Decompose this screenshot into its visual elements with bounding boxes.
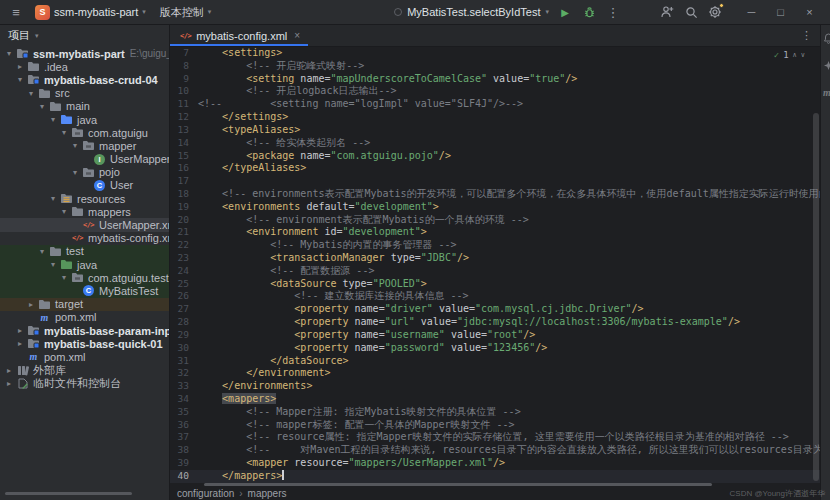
- tree-row-临时文件和控制台[interactable]: ▸临时文件和控制台: [0, 377, 169, 390]
- code-line-38[interactable]: 38 <!-- 对Maven工程的目录结构来说, resources目录下的内容…: [170, 444, 820, 457]
- line-number[interactable]: 17: [170, 175, 198, 188]
- line-number[interactable]: 29: [170, 329, 198, 342]
- project-panel-header[interactable]: 项目 ▾: [0, 25, 169, 46]
- line-number[interactable]: 30: [170, 342, 198, 355]
- tree-row--idea[interactable]: ▸.idea: [0, 60, 169, 73]
- inspections-widget[interactable]: ✓1 ∧ ∨: [774, 50, 805, 60]
- line-number[interactable]: 23: [170, 252, 198, 265]
- tree-row-main[interactable]: ▾main: [0, 100, 169, 113]
- tree-row-mybatis-base-param-input-02[interactable]: ▸mybatis-base-param-input-02: [0, 324, 169, 337]
- code-line-39[interactable]: 39 <mapper resource="mappers/UserMapper.…: [170, 457, 820, 470]
- line-number[interactable]: 27: [170, 303, 198, 316]
- line-number[interactable]: 13: [170, 124, 198, 137]
- code-line-35[interactable]: 35 <!-- Mapper注册: 指定Mybatis映射文件的具体位置 -->: [170, 406, 820, 419]
- editor-vscrollbar[interactable]: [813, 113, 819, 481]
- line-number[interactable]: 24: [170, 265, 198, 278]
- code-line-7[interactable]: 7 <settings>: [170, 47, 820, 60]
- line-number[interactable]: 39: [170, 457, 198, 470]
- code-line-12[interactable]: 12 </settings>: [170, 111, 820, 124]
- code-line-17[interactable]: 17: [170, 175, 820, 188]
- code-line-28[interactable]: 28 <property name="url" value="jdbc:mysq…: [170, 316, 820, 329]
- code-line-8[interactable]: 8 <!-- 开启驼峰式映射-->: [170, 60, 820, 73]
- tree-row-com-atguigu-test[interactable]: ▾com.atguigu.test: [0, 271, 169, 284]
- code-line-26[interactable]: 26 <!-- 建立数据库连接的具体信息 -->: [170, 290, 820, 303]
- code-line-31[interactable]: 31 </dataSource>: [170, 355, 820, 368]
- chevron-expanded-icon[interactable]: ▾: [36, 100, 48, 113]
- run-config-widget[interactable]: MyBatisTest.selectByIdTest ▾: [394, 6, 549, 18]
- code-line-13[interactable]: 13 <typeAliases>: [170, 124, 820, 137]
- tree-row-mybatis-base-crud-04[interactable]: ▾mybatis-base-crud-04: [0, 73, 169, 86]
- chevron-expanded-icon[interactable]: ▾: [36, 245, 48, 258]
- code-line-9[interactable]: 9 <setting name="mapUnderscoreToCamelCas…: [170, 73, 820, 86]
- chevron-expanded-icon[interactable]: ▾: [58, 205, 70, 218]
- chevron-expanded-icon[interactable]: ▾: [47, 113, 59, 126]
- line-number[interactable]: 28: [170, 316, 198, 329]
- chevron-collapsed-icon[interactable]: ▸: [3, 364, 15, 377]
- code-line-15[interactable]: 15 <package name="com.atguigu.pojo"/>: [170, 150, 820, 163]
- code-line-16[interactable]: 16 </typeAliases>: [170, 162, 820, 175]
- line-number[interactable]: 18: [170, 188, 198, 201]
- chevron-expanded-icon[interactable]: ▾: [47, 258, 59, 271]
- code-line-34[interactable]: 34 <mappers>: [170, 393, 820, 406]
- line-number[interactable]: 36: [170, 419, 198, 432]
- chevron-expanded-icon[interactable]: ▾: [47, 192, 59, 205]
- code-line-19[interactable]: 19 <environments default="development">: [170, 201, 820, 214]
- code-line-36[interactable]: 36 <!-- mapper标签: 配置一个具体的Mapper映射文件 -->: [170, 419, 820, 432]
- line-number[interactable]: 34: [170, 393, 198, 406]
- add-user-button[interactable]: [657, 1, 677, 23]
- code-line-30[interactable]: 30 <property name="password" value="1234…: [170, 342, 820, 355]
- chevron-collapsed-icon[interactable]: ▸: [25, 298, 37, 311]
- chevron-collapsed-icon[interactable]: ▸: [14, 337, 26, 350]
- tree-row-mapper[interactable]: ▾mapper: [0, 139, 169, 152]
- tree-row-mybatistest[interactable]: CMyBatisTest: [0, 284, 169, 297]
- line-number[interactable]: 14: [170, 137, 198, 150]
- line-number[interactable]: 15: [170, 150, 198, 163]
- chevron-expanded-icon[interactable]: ▾: [69, 166, 81, 179]
- line-number[interactable]: 31: [170, 355, 198, 368]
- tree-row-com-atguigu[interactable]: ▾com.atguigu: [0, 126, 169, 139]
- tree-row-pom-xml[interactable]: mpom.xml: [0, 311, 169, 324]
- editor-hscrollbar[interactable]: [204, 483, 712, 486]
- maven-tool-icon[interactable]: m: [823, 87, 830, 98]
- code-line-23[interactable]: 23 <transactionManager type="JDBC"/>: [170, 252, 820, 265]
- minimize-button[interactable]: ─: [739, 1, 764, 23]
- settings-button[interactable]: [705, 1, 725, 23]
- code-line-22[interactable]: 22 <!-- Mybatis的内置的事务管理器 -->: [170, 239, 820, 252]
- line-number[interactable]: 37: [170, 431, 198, 444]
- line-number[interactable]: 21: [170, 226, 198, 239]
- chevron-expanded-icon[interactable]: ▾: [69, 139, 81, 152]
- code-line-11[interactable]: 11<!-- <setting name="logImpl" value="SL…: [170, 98, 820, 111]
- line-number[interactable]: 33: [170, 380, 198, 393]
- line-number[interactable]: 38: [170, 444, 198, 457]
- line-number[interactable]: 12: [170, 111, 198, 124]
- line-number[interactable]: 40: [170, 470, 198, 483]
- maximize-button[interactable]: □: [768, 1, 793, 23]
- chevron-expanded-icon[interactable]: ▾: [14, 73, 26, 86]
- code-line-21[interactable]: 21 <environment id="development">: [170, 226, 820, 239]
- next-problem-icon[interactable]: ∨: [801, 51, 805, 59]
- chevron-collapsed-icon[interactable]: ▸: [3, 377, 15, 390]
- breadcrumb-mappers[interactable]: mappers: [248, 488, 287, 499]
- line-number[interactable]: 16: [170, 162, 198, 175]
- code-line-40[interactable]: 40 </mappers>: [170, 470, 820, 483]
- tree-row-src[interactable]: ▾src: [0, 87, 169, 100]
- chevron-collapsed-icon[interactable]: ▸: [14, 60, 26, 73]
- tree-row-java[interactable]: ▾java: [0, 113, 169, 126]
- editor-options-button[interactable]: ⋮: [801, 25, 820, 46]
- tree-row-pom-xml[interactable]: mpom.xml: [0, 350, 169, 363]
- line-number[interactable]: 25: [170, 278, 198, 291]
- tree-row-mybatis-config-xml[interactable]: </>mybatis-config.xml: [0, 232, 169, 245]
- code-line-24[interactable]: 24 <!-- 配置数据源 -->: [170, 265, 820, 278]
- tree-row-ssm-mybatis-part[interactable]: ▾ssm-mybatis-partE:\guigu_code\ssm-m: [0, 47, 169, 60]
- tab-mybatis-config[interactable]: </> mybatis-config.xml ×: [170, 25, 308, 46]
- breadcrumb-configuration[interactable]: configuration: [177, 488, 234, 499]
- chevron-expanded-icon[interactable]: ▾: [58, 271, 70, 284]
- line-number[interactable]: 8: [170, 60, 198, 73]
- tree-row-usermapper-xml[interactable]: </>UserMapper.xml: [0, 218, 169, 231]
- search-button[interactable]: [681, 1, 701, 23]
- code-editor[interactable]: 7 <settings>8 <!-- 开启驼峰式映射-->9 <setting …: [170, 47, 820, 483]
- line-number[interactable]: 35: [170, 406, 198, 419]
- tree-row-test[interactable]: ▾test: [0, 245, 169, 258]
- code-line-10[interactable]: 10 <!-- 开启logback日志输出-->: [170, 85, 820, 98]
- code-line-37[interactable]: 37 <!-- resource属性: 指定Mapper映射文件的实际存储位置,…: [170, 431, 820, 444]
